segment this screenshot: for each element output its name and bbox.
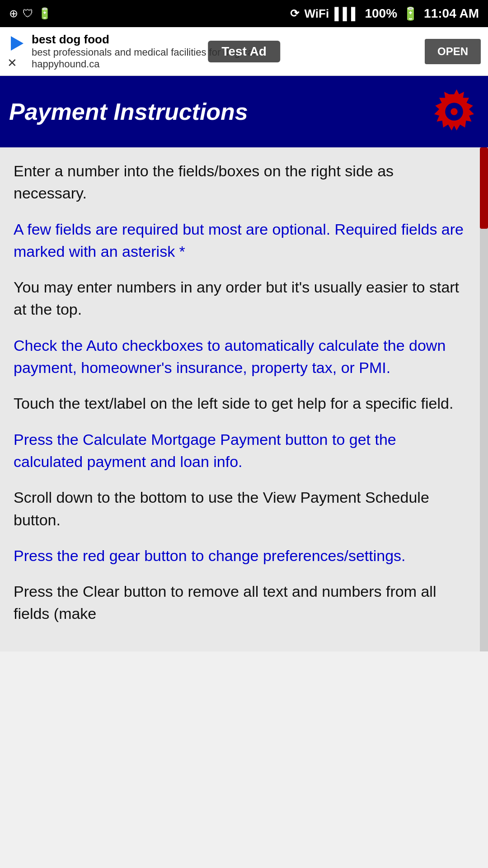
wifi-icon: WiFi — [305, 7, 329, 21]
vpn-icon: 🛡 — [23, 7, 33, 20]
instruction-paragraph-8: Press the red gear button to change pref… — [14, 545, 465, 567]
signal-icon: ▌▌▌ — [334, 7, 359, 21]
battery-percent: 100% — [365, 6, 397, 21]
main-content: Enter a number into the fields/boxes on … — [0, 147, 488, 651]
svg-marker-0 — [11, 36, 23, 51]
instruction-paragraph-3: You may enter numbers in any order but i… — [14, 276, 465, 321]
instruction-paragraph-9: Press the Clear button to remove all tex… — [14, 580, 465, 625]
instruction-paragraph-5: Touch the text/label on the left side to… — [14, 392, 465, 415]
battery-icon: 🔋 — [403, 6, 418, 21]
ad-open-button[interactable]: OPEN — [425, 39, 481, 64]
sync-icon: ⟳ — [290, 7, 299, 20]
status-left-icons: ⊕ 🛡 🔋 — [9, 7, 52, 20]
page-title: Payment Instructions — [9, 98, 248, 125]
status-right-info: ⟳ WiFi ▌▌▌ 100% 🔋 11:04 AM — [290, 6, 479, 21]
instruction-paragraph-4: Check the Auto checkboxes to automatical… — [14, 335, 465, 379]
ad-play-icon — [7, 34, 25, 52]
scrollbar[interactable] — [480, 147, 488, 651]
ad-banner: best dog food best professionals and med… — [0, 27, 488, 76]
status-bar: ⊕ 🛡 🔋 ⟳ WiFi ▌▌▌ 100% 🔋 11:04 AM — [0, 0, 488, 27]
instruction-paragraph-1: Enter a number into the fields/boxes on … — [14, 160, 465, 205]
instruction-paragraph-2: A few fields are required but most are o… — [14, 218, 465, 263]
scrollbar-thumb[interactable] — [480, 147, 488, 229]
content-area: Enter a number into the fields/boxes on … — [0, 147, 488, 651]
instruction-paragraph-6: Press the Calculate Mortgage Payment but… — [14, 429, 465, 473]
gear-icon[interactable] — [429, 87, 479, 137]
svg-point-2 — [450, 108, 457, 115]
ad-close-icon[interactable]: ✕ — [7, 56, 17, 70]
time-display: 11:04 AM — [424, 6, 479, 21]
battery-small-icon: 🔋 — [38, 7, 52, 20]
header: Payment Instructions — [0, 76, 488, 147]
instruction-paragraph-7: Scroll down to the bottom to use the Vie… — [14, 486, 465, 531]
carrier-icon: ⊕ — [9, 7, 18, 20]
ad-test-label: Test Ad — [208, 41, 280, 62]
